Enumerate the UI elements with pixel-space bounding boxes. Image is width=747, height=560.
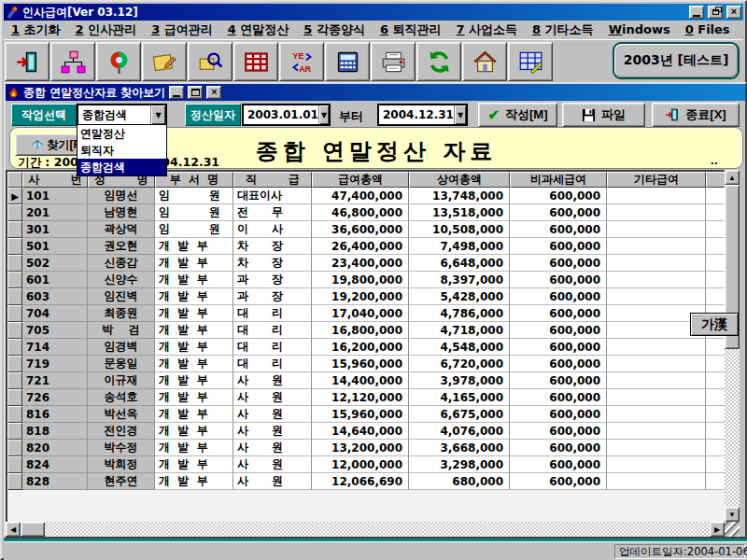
- row-indicator[interactable]: [7, 456, 22, 473]
- cell-nontax-pay[interactable]: 600,000: [510, 389, 607, 406]
- cell-salary-total[interactable]: 16,800,000: [312, 322, 409, 339]
- child-close-button[interactable]: ×: [206, 86, 221, 99]
- menu-item[interactable]: 4 연말정산: [220, 21, 297, 40]
- toolbar-people-button[interactable]: [96, 42, 141, 81]
- cell-other-pay[interactable]: [607, 221, 706, 238]
- cell-name[interactable]: 전인경: [88, 423, 155, 440]
- cell-empno[interactable]: 719: [22, 356, 88, 372]
- cell-name[interactable]: 박 검: [88, 322, 155, 339]
- cell-name[interactable]: 남명현: [88, 204, 155, 221]
- date-to-combobox[interactable]: 2004.12.31 ▼: [377, 104, 468, 126]
- cell-dept[interactable]: 임 원: [155, 188, 233, 204]
- cell-bonus-total[interactable]: 3,978,000: [409, 372, 510, 389]
- cell-name[interactable]: 최종원: [88, 305, 155, 322]
- cell-empno[interactable]: 824: [22, 456, 88, 473]
- resize-grip[interactable]: [725, 522, 740, 537]
- cell-nontax-pay[interactable]: 600,000: [510, 372, 607, 389]
- cell-dept[interactable]: 임 원: [155, 204, 233, 221]
- toolbar-form-edit-button[interactable]: [508, 42, 553, 81]
- cell-bonus-total[interactable]: 680,000: [409, 473, 510, 490]
- cell-dept[interactable]: 개 발 부: [155, 406, 233, 423]
- cell-position[interactable]: 사 원: [233, 406, 312, 423]
- cell-dept[interactable]: 개 발 부: [155, 255, 233, 272]
- cell-salary-total[interactable]: 47,400,000: [312, 188, 409, 204]
- cell-name[interactable]: 박수정: [88, 440, 155, 456]
- cell-dept[interactable]: 개 발 부: [155, 423, 233, 440]
- cell-empno[interactable]: 726: [22, 389, 88, 406]
- cell-empno[interactable]: 714: [22, 339, 88, 356]
- row-indicator[interactable]: [7, 339, 22, 356]
- row-indicator[interactable]: [7, 288, 22, 305]
- cell-position[interactable]: 대 리: [233, 356, 312, 372]
- cell-dept[interactable]: 개 발 부: [155, 356, 233, 372]
- cell-salary-total[interactable]: 26,400,000: [312, 238, 409, 255]
- cell-filler[interactable]: [706, 288, 726, 305]
- header-salary-total[interactable]: 급여총액: [312, 172, 409, 188]
- cell-salary-total[interactable]: 12,066,690: [312, 473, 409, 490]
- scroll-left-button[interactable]: ◀: [6, 522, 21, 537]
- row-indicator[interactable]: [7, 473, 22, 490]
- cell-nontax-pay[interactable]: 600,000: [510, 204, 607, 221]
- cell-filler[interactable]: [706, 372, 726, 389]
- header-other-pay[interactable]: 기타급여: [607, 172, 706, 188]
- menu-item[interactable]: 8 기타소득: [525, 21, 601, 40]
- cell-name[interactable]: 송석호: [88, 389, 155, 406]
- horizontal-scrollbar[interactable]: ◀ ▶: [6, 522, 725, 537]
- cell-name[interactable]: 현주연: [88, 473, 155, 490]
- row-indicator[interactable]: [7, 255, 22, 272]
- cell-salary-total[interactable]: 13,200,000: [312, 440, 409, 456]
- row-indicator[interactable]: [7, 204, 22, 221]
- restore-button[interactable]: [708, 6, 723, 19]
- dropdown-option[interactable]: 연말정산: [78, 125, 166, 142]
- cell-dept[interactable]: 개 발 부: [155, 456, 233, 473]
- cell-nontax-pay[interactable]: 600,000: [510, 188, 607, 204]
- cell-salary-total[interactable]: 16,200,000: [312, 339, 409, 356]
- current-row-indicator[interactable]: ▶: [7, 188, 22, 204]
- cell-dept[interactable]: 개 발 부: [155, 473, 233, 490]
- cell-salary-total[interactable]: 23,400,000: [312, 255, 409, 272]
- cell-bonus-total[interactable]: 4,786,000: [409, 305, 510, 322]
- cell-empno[interactable]: 721: [22, 372, 88, 389]
- cell-bonus-total[interactable]: 13,748,000: [409, 188, 510, 204]
- cell-filler[interactable]: [706, 440, 726, 456]
- row-indicator[interactable]: [7, 305, 22, 322]
- cell-name[interactable]: 박희정: [88, 456, 155, 473]
- menu-item[interactable]: 6 퇴직관리: [373, 21, 449, 40]
- menu-item[interactable]: 3 급여관리: [144, 21, 220, 40]
- cell-other-pay[interactable]: [607, 389, 706, 406]
- cell-empno[interactable]: 603: [22, 288, 88, 305]
- cell-salary-total[interactable]: 19,800,000: [312, 272, 409, 288]
- scroll-right-button[interactable]: ▶: [710, 522, 725, 537]
- cell-position[interactable]: 사 원: [233, 423, 312, 440]
- cell-filler[interactable]: [706, 204, 726, 221]
- cell-other-pay[interactable]: [607, 238, 706, 255]
- cell-empno[interactable]: 704: [22, 305, 88, 322]
- cell-empno[interactable]: 201: [22, 204, 88, 221]
- toolbar-calculator-button[interactable]: [325, 42, 370, 81]
- cell-bonus-total[interactable]: 3,298,000: [409, 456, 510, 473]
- cell-salary-total[interactable]: 12,000,000: [312, 456, 409, 473]
- child-minimize-button[interactable]: [169, 86, 184, 99]
- cell-name[interactable]: 이규재: [88, 372, 155, 389]
- cell-position[interactable]: 사 원: [233, 440, 312, 456]
- cell-name[interactable]: 권오현: [88, 238, 155, 255]
- cell-dept[interactable]: 개 발 부: [155, 322, 233, 339]
- toolbar-home-button[interactable]: [462, 42, 507, 81]
- exit-button[interactable]: 종료[X]: [652, 103, 740, 127]
- cell-other-pay[interactable]: [607, 204, 706, 221]
- cell-salary-total[interactable]: 14,400,000: [312, 372, 409, 389]
- cell-bonus-total[interactable]: 4,718,000: [409, 322, 510, 339]
- dropdown-option[interactable]: 퇴직자: [78, 142, 166, 159]
- cell-nontax-pay[interactable]: 600,000: [510, 356, 607, 372]
- cell-name[interactable]: 신양수: [88, 272, 155, 288]
- cell-nontax-pay[interactable]: 600,000: [510, 288, 607, 305]
- date-from-combobox[interactable]: 2003.01.01 ▼: [242, 104, 331, 126]
- cell-position[interactable]: 전 무: [233, 204, 312, 221]
- cell-salary-total[interactable]: 12,120,000: [312, 389, 409, 406]
- menu-item[interactable]: 2 인사관리: [68, 21, 145, 40]
- toolbar-org-chart-button[interactable]: [50, 42, 95, 81]
- cell-bonus-total[interactable]: 13,518,000: [409, 204, 510, 221]
- cell-dept[interactable]: 개 발 부: [155, 372, 233, 389]
- cell-filler[interactable]: [706, 406, 726, 423]
- cell-nontax-pay[interactable]: 600,000: [510, 305, 607, 322]
